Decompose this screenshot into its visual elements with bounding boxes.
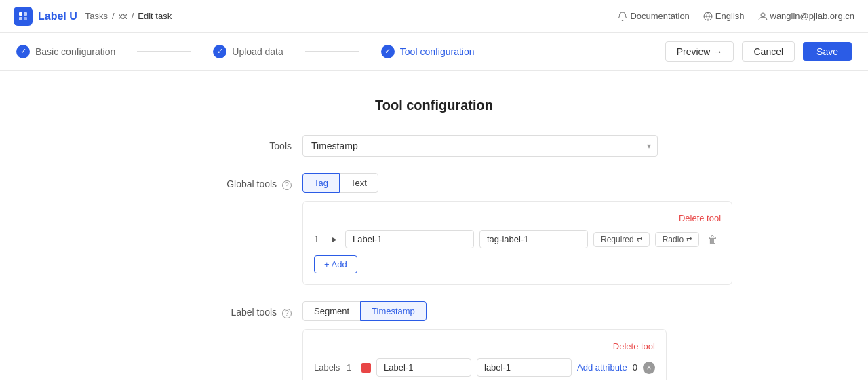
required-badge[interactable]: Required ⇄ — [593, 232, 650, 247]
breadcrumb-tasks[interactable]: Tasks — [85, 11, 108, 21]
logo: Label U — [14, 7, 77, 26]
global-label-tag-input[interactable] — [479, 230, 588, 248]
logo-icon — [14, 7, 33, 26]
documentation-link[interactable]: Documentation — [618, 11, 689, 21]
tab-text[interactable]: Text — [339, 173, 378, 193]
radio-badge[interactable]: Radio ⇄ — [655, 232, 699, 247]
global-tools-label: Global tools ? — [210, 173, 292, 190]
labels-row: Labels 1 Add attribute 0 × — [314, 358, 655, 377]
global-label-name-input[interactable] — [345, 230, 474, 248]
global-delete-tool-btn[interactable]: Delete tool — [679, 213, 721, 223]
global-label-num: 1 — [314, 234, 323, 244]
page-title: Tool configuration — [375, 98, 493, 113]
cancel-button[interactable]: Cancel — [742, 41, 795, 62]
global-tools-box: Delete tool 1 ▶ Required ⇄ Radio — [302, 201, 732, 285]
tab-tag[interactable]: Tag — [302, 173, 340, 193]
label-tools-label: Label tools ? — [210, 301, 292, 318]
svg-rect-3 — [24, 17, 27, 20]
breadcrumb-xx[interactable]: xx — [119, 11, 127, 21]
global-label-row: 1 ▶ Required ⇄ Radio ⇄ 🗑 — [314, 230, 721, 248]
step-upload-data: ✓ Upload data — [213, 45, 283, 58]
global-tools-tabs: Tag Text — [302, 173, 732, 193]
svg-point-5 — [761, 13, 765, 17]
label-tools-help-icon[interactable]: ? — [282, 309, 292, 318]
user-icon — [758, 12, 768, 21]
save-button[interactable]: Save — [803, 42, 852, 61]
breadcrumb: Tasks / xx / Edit task — [85, 11, 172, 21]
step-basic-config: ✓ Basic configuration — [16, 45, 115, 58]
global-label-delete-btn[interactable]: 🗑 — [705, 231, 721, 248]
arrow-right-icon: → — [713, 46, 722, 57]
svg-rect-2 — [19, 17, 22, 20]
step-check-upload: ✓ — [213, 45, 226, 58]
preview-button[interactable]: Preview → — [665, 41, 734, 62]
color-swatch[interactable] — [361, 363, 371, 373]
label-tools-tabs: Segment Timestamp — [302, 301, 667, 321]
label-num: 1 — [347, 362, 356, 373]
global-tools-help-icon[interactable]: ? — [282, 180, 292, 190]
step-check-basic: ✓ — [16, 45, 30, 58]
tools-select-wrap: Timestamp ▾ — [302, 135, 658, 157]
labels-label: Labels — [314, 362, 341, 373]
bell-icon — [618, 12, 627, 21]
user-menu[interactable]: wanglin@pjlab.org.cn — [758, 11, 855, 21]
breadcrumb-current: Edit task — [138, 11, 172, 21]
label-key-input[interactable] — [477, 358, 572, 377]
attr-count: 0 — [633, 362, 637, 373]
expand-btn[interactable]: ▶ — [329, 234, 340, 245]
breadcrumb-sep2: / — [132, 11, 134, 21]
tools-select[interactable]: Timestamp — [302, 135, 658, 157]
svg-rect-1 — [24, 12, 27, 16]
svg-rect-0 — [19, 12, 22, 16]
tab-timestamp[interactable]: Timestamp — [360, 301, 427, 321]
language-selector[interactable]: English — [703, 11, 745, 21]
step-tool-config: ✓ Tool configuration — [381, 45, 475, 58]
label-name-input[interactable] — [376, 358, 471, 377]
remove-label-btn[interactable]: × — [643, 362, 655, 374]
logo-text: Label U — [38, 10, 77, 22]
radio-toggle-icon: ⇄ — [686, 235, 692, 243]
add-attribute-btn[interactable]: Add attribute — [577, 362, 627, 373]
tools-label: Tools — [210, 135, 292, 151]
global-add-btn[interactable]: + Add — [314, 255, 357, 273]
label-tools-box: Delete tool Labels 1 Add attribute 0 × — [302, 329, 667, 380]
breadcrumb-sep1: / — [112, 11, 115, 21]
language-icon — [703, 12, 713, 21]
tab-segment[interactable]: Segment — [302, 301, 361, 321]
step-check-tool: ✓ — [381, 45, 395, 58]
required-toggle-icon: ⇄ — [637, 235, 642, 243]
label-delete-tool-btn[interactable]: Delete tool — [613, 341, 655, 352]
